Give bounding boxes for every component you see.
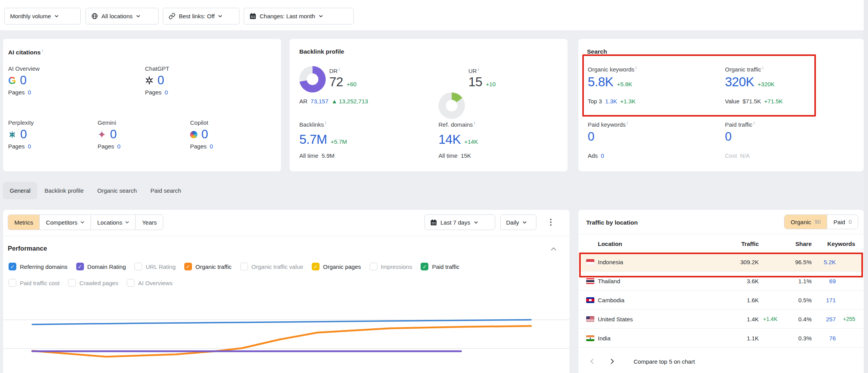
checkbox-icon[interactable]: ✓ [312, 263, 320, 270]
organic-traffic-label: Organic traffici [725, 65, 763, 73]
metric-checkbox-impressions[interactable]: Impressions [370, 263, 412, 270]
ads-value-link[interactable]: 0 [601, 152, 604, 159]
metric-checkbox-crawled-pages[interactable]: Crawled pages [68, 279, 118, 287]
info-icon[interactable]: i [42, 48, 43, 53]
ar-row: AR 73,157 ▲ 13,252,713 [299, 98, 368, 105]
toggle-paid[interactable]: Paid0 [827, 215, 858, 229]
ur-delta: +10 [486, 81, 496, 87]
changes-dropdown[interactable]: Changes: Last month [244, 8, 354, 24]
tab-backlink-profile[interactable]: Backlink profile [44, 187, 84, 194]
chevron-down-icon [136, 15, 140, 17]
metric-checkbox-paid-traffic[interactable]: ✓Paid traffic [421, 263, 459, 270]
tab-organic-search[interactable]: Organic search [97, 187, 137, 194]
segment-metrics[interactable]: Metrics [8, 215, 40, 230]
metric-checkbox-url-rating[interactable]: URL Rating [134, 263, 176, 270]
performance-line-chart[interactable] [3, 293, 569, 373]
dr-label: DRi [329, 67, 340, 74]
info-icon[interactable]: i [754, 120, 754, 125]
info-icon[interactable]: i [478, 67, 479, 71]
table-row-thailand[interactable]: Thailand 3.6K 1.1% 69 [578, 272, 864, 291]
ai-cell-copilot: Copilot 0 Pages0 [190, 119, 213, 150]
metric-checkbox-domain-rating[interactable]: ✓Domain Rating [76, 263, 126, 270]
pages-count-link[interactable]: 0 [117, 143, 121, 150]
segment-locations[interactable]: Locations [91, 215, 136, 230]
metric-checkbox-organic-traffic-value[interactable]: Organic traffic value [240, 263, 303, 270]
info-icon[interactable]: i [339, 67, 340, 71]
chevron-down-icon [125, 221, 129, 223]
checkbox-icon[interactable] [134, 263, 142, 270]
pages-count-link[interactable]: 0 [210, 143, 213, 150]
metric-checkbox-referring-domains[interactable]: ✓Referring domains [9, 263, 68, 270]
ur-value-row: 15 +10 [468, 75, 496, 89]
copilot-icon [190, 131, 197, 138]
pages-count-link[interactable]: 0 [165, 89, 168, 96]
checkbox-icon[interactable] [9, 279, 16, 287]
organic-keywords-value-link[interactable]: 5.8K [588, 75, 613, 89]
checkbox-icon[interactable] [127, 279, 134, 287]
checkbox-icon[interactable]: ✓ [421, 263, 428, 270]
metric-checkbox-organic-traffic[interactable]: ✓Organic traffic [184, 263, 232, 270]
info-icon[interactable]: i [762, 65, 763, 70]
collapse-chevron-up-icon[interactable] [550, 246, 557, 253]
checkbox-icon[interactable]: ✓ [184, 263, 192, 270]
chevron-down-icon [522, 221, 527, 224]
checkbox-icon[interactable] [370, 263, 377, 270]
segment-competitors[interactable]: Competitors [40, 215, 91, 230]
info-icon[interactable]: i [636, 65, 636, 70]
metric-checkbox-organic-pages[interactable]: ✓Organic pages [312, 263, 361, 270]
dr-value: 72 [329, 75, 343, 89]
backlink-profile-card: Backlink profile DRi 72 +60 AR 73,157 ▲ … [290, 39, 568, 171]
pages-count-link[interactable]: 0 [28, 143, 31, 150]
checkbox-icon[interactable]: ✓ [76, 263, 84, 270]
metric-toggles-row-1: ✓Referring domains ✓Domain Rating URL Ra… [9, 263, 459, 270]
keywords-link[interactable]: 5.2K [812, 259, 836, 265]
column-location[interactable]: Location [598, 241, 712, 247]
table-row-united-states[interactable]: United States 1.4K +1.4K 0.4% 257 +255 [578, 310, 864, 329]
performance-card: Metrics Competitors Locations Years Last… [3, 210, 569, 373]
keywords-link[interactable]: 171 [812, 297, 836, 303]
table-row-india[interactable]: India 1.1K 0.3% 76 [578, 329, 864, 348]
ar-value-link[interactable]: 73,157 [311, 98, 328, 105]
backlinks-value-link[interactable]: 5.7M [299, 132, 327, 147]
keywords-link[interactable]: 76 [812, 335, 836, 342]
info-icon[interactable]: i [474, 120, 475, 125]
checkbox-icon[interactable]: ✓ [9, 263, 16, 270]
segment-years[interactable]: Years [136, 215, 163, 230]
keywords-link[interactable]: 257 [812, 316, 836, 322]
keywords-link[interactable]: 69 [812, 278, 836, 284]
paid-keywords-value-link[interactable]: 0 [588, 130, 594, 144]
monthly-volume-dropdown[interactable]: Monthly volume [4, 8, 81, 24]
info-icon[interactable]: i [627, 120, 628, 125]
column-keywords[interactable]: Keywords [812, 241, 855, 247]
checkbox-icon[interactable] [68, 279, 76, 287]
tab-paid-search[interactable]: Paid search [150, 187, 181, 194]
organic-paid-toggle: Organic90 Paid0 [784, 214, 858, 229]
checkbox-icon[interactable] [240, 263, 248, 270]
ur-donut-chart [438, 92, 465, 119]
top3-value-link[interactable]: 1.3K [605, 98, 617, 105]
granularity-dropdown[interactable]: Daily [500, 214, 536, 230]
tab-general[interactable]: General [3, 182, 37, 199]
scrollbar-track[interactable] [864, 0, 868, 373]
toggle-organic[interactable]: Organic90 [784, 215, 827, 229]
locations-dropdown[interactable]: All locations [86, 8, 159, 24]
best-links-dropdown[interactable]: Best links: Off [163, 8, 239, 24]
previous-page-chevron-left-icon[interactable] [586, 356, 598, 367]
table-row-indonesia[interactable]: Indonesia 309.2K 96.5% 5.2K [578, 253, 864, 272]
ref-domains-value-link[interactable]: 14K [438, 132, 461, 147]
info-icon[interactable]: i [325, 120, 326, 125]
column-share[interactable]: Share [777, 241, 812, 247]
table-row-cambodia[interactable]: Cambodia 1.6K 0.5% 171 [578, 291, 864, 310]
compare-top5-link[interactable]: Compare top 5 on chart [634, 358, 695, 365]
metric-checkbox-paid-traffic-cost[interactable]: Paid traffic cost [9, 279, 59, 287]
ai-citations-card: AI citationsi AI Overview G 0 Pages0 Cha… [3, 39, 281, 171]
thailand-flag-icon [586, 278, 594, 284]
date-range-dropdown[interactable]: Last 7 days [424, 214, 495, 230]
paid-traffic-value-link[interactable]: 0 [725, 130, 732, 144]
metric-checkbox-ai-overviews[interactable]: AI Overviews [127, 279, 172, 287]
more-options-kebab-menu[interactable] [547, 218, 554, 227]
column-traffic[interactable]: Traffic [712, 241, 759, 247]
pages-count-link[interactable]: 0 [28, 89, 31, 96]
next-page-chevron-right-icon[interactable] [606, 356, 618, 367]
organic-traffic-value-link[interactable]: 320K [725, 75, 754, 89]
